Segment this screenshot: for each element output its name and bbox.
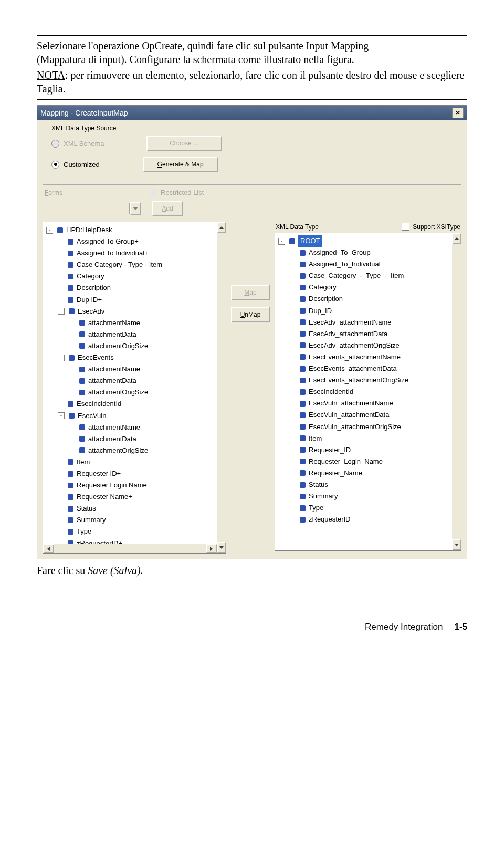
tree-node[interactable]: Category — [290, 282, 460, 293]
tree-node[interactable]: Dup ID+ — [58, 294, 225, 306]
tree-node[interactable]: attachmentName — [69, 317, 225, 329]
node-label: EsecIncidentId — [309, 386, 353, 398]
tree-node[interactable]: EsecVuln_attachmentData — [290, 409, 460, 421]
tree-node[interactable]: EsecAdv_attachmentOrigSize — [290, 340, 460, 351]
tree-node[interactable]: Type — [58, 526, 225, 537]
tree-node[interactable]: Requester_Name — [290, 467, 460, 479]
scroll-up-button[interactable] — [452, 233, 461, 244]
add-button: Add — [152, 201, 183, 216]
tree-node[interactable]: attachmentData — [69, 433, 225, 445]
tree-node[interactable]: EsecVuln_attachmentName — [290, 398, 460, 409]
tree-node[interactable]: -HPD:HelpDesk — [46, 224, 225, 236]
unmap-button[interactable]: UnMap — [231, 307, 270, 322]
tree-node[interactable]: Item — [58, 456, 225, 468]
tree-node[interactable]: attachmentOrigSize — [69, 445, 225, 456]
node-label: Assigned To Group+ — [77, 236, 139, 247]
right-tree[interactable]: -ROOTAssigned_To_GroupAssigned_To_Indivi… — [275, 233, 461, 551]
tree-node[interactable]: attachmentName — [69, 422, 225, 433]
scroll-down-button[interactable] — [217, 542, 226, 553]
tree-node[interactable]: Type — [290, 502, 460, 514]
tree-node[interactable]: Assigned_To_Group — [290, 247, 460, 258]
node-icon — [300, 285, 306, 290]
support-xsi-checkbox[interactable] — [402, 223, 410, 231]
tree-node[interactable]: Status — [58, 503, 225, 514]
tree-node[interactable]: Status — [290, 479, 460, 491]
tree-node[interactable]: EsecEvents_attachmentName — [290, 351, 460, 363]
node-icon — [68, 274, 74, 279]
tree-node[interactable]: attachmentOrigSize — [69, 340, 225, 352]
tree-node[interactable]: EsecVuln_attachmentOrigSize — [290, 421, 460, 433]
left-vscroll[interactable] — [217, 222, 226, 553]
tree-node[interactable]: Summary — [58, 514, 225, 526]
scroll-right-button[interactable] — [206, 544, 217, 553]
generate-map-button[interactable]: Generate & Map — [143, 157, 218, 172]
node-label: EsecVuln_attachmentData — [309, 409, 389, 421]
tree-node[interactable]: attachmentName — [69, 363, 225, 375]
tree-node[interactable]: attachmentData — [69, 375, 225, 387]
tree-node[interactable]: Description — [58, 282, 225, 294]
tree-node[interactable]: Assigned To Group+ — [58, 236, 225, 247]
tree-node[interactable]: -ROOT — [278, 235, 460, 247]
expander-icon[interactable]: - — [58, 355, 65, 361]
note-para: NOTA: per rimuovere un elemento, selezio… — [37, 68, 467, 96]
node-label: Dup ID+ — [77, 294, 102, 306]
tree-node[interactable]: Case Category - Type - Item — [58, 259, 225, 270]
tree-node[interactable]: Case_Category_-_Type_-_Item — [290, 270, 460, 282]
radio-xml-schema-label: XML Schema — [64, 140, 104, 148]
chevron-down-icon — [219, 546, 224, 549]
tree-node[interactable]: -EsecEvents — [58, 352, 225, 363]
tree-node[interactable]: Assigned To Individual+ — [58, 247, 225, 259]
tree-node[interactable]: Assigned_To_Individual — [290, 258, 460, 270]
node-label: EsecVuln — [78, 410, 106, 422]
node-icon — [300, 470, 306, 476]
tree-node[interactable]: Requester ID+ — [58, 468, 225, 480]
tree-node[interactable]: Category — [58, 270, 225, 282]
instruction-para-1: Selezionare l'operazione OpCreate, quind… — [37, 39, 467, 66]
titlebar[interactable]: Mapping - CreateInputMap ✕ — [37, 106, 467, 120]
tree-node[interactable]: Dup_ID — [290, 305, 460, 317]
node-label: ROOT — [298, 235, 322, 247]
radio-customized[interactable] — [51, 161, 59, 169]
tree-node[interactable]: Requester_ID — [290, 444, 460, 456]
node-icon — [68, 459, 74, 465]
tree-node[interactable]: EsecIncidentId — [290, 386, 460, 398]
expander-icon[interactable]: - — [58, 412, 65, 419]
expander-icon[interactable]: - — [58, 308, 65, 315]
expander-icon[interactable]: - — [278, 238, 285, 245]
tree-node[interactable]: Description — [290, 293, 460, 305]
left-tree[interactable]: -HPD:HelpDeskAssigned To Group+Assigned … — [43, 222, 226, 554]
tree-node[interactable]: zRequesterID — [290, 514, 460, 525]
tree-node[interactable]: Item — [290, 433, 460, 444]
close-button[interactable]: ✕ — [452, 108, 464, 118]
tree-node[interactable]: EsecIncidentId — [58, 398, 225, 410]
tree-node[interactable]: attachmentData — [69, 329, 225, 340]
tree-node[interactable]: -EsecVuln — [58, 410, 225, 422]
tree-node[interactable]: Requester Name+ — [58, 491, 225, 503]
left-hscroll[interactable] — [43, 544, 217, 553]
tree-node[interactable]: EsecAdv_attachmentName — [290, 317, 460, 328]
node-label: Status — [77, 503, 96, 514]
node-icon — [300, 354, 306, 360]
tree-node[interactable]: EsecEvents_attachmentData — [290, 363, 460, 374]
node-label: attachmentName — [88, 317, 140, 329]
node-icon — [68, 483, 74, 488]
scroll-up-button[interactable] — [217, 222, 226, 233]
tree-node[interactable]: Requester_Login_Name — [290, 456, 460, 467]
scroll-left-button[interactable] — [43, 544, 54, 553]
mapping-dialog: Mapping - CreateInputMap ✕ XML Data Type… — [37, 105, 467, 559]
scroll-down-button[interactable] — [452, 539, 461, 550]
tree-node[interactable]: EsecAdv_attachmentData — [290, 328, 460, 340]
tree-node[interactable]: attachmentOrigSize — [69, 387, 225, 398]
chevron-up-icon — [455, 237, 459, 240]
expander-icon[interactable]: - — [46, 227, 53, 234]
node-icon — [68, 262, 74, 268]
node-icon — [79, 331, 85, 337]
restricted-checkbox — [150, 189, 158, 196]
tree-node[interactable]: -EsecAdv — [58, 306, 225, 317]
tree-node[interactable]: Summary — [290, 491, 460, 502]
tree-node[interactable]: Requester Login Name+ — [58, 480, 225, 491]
node-icon — [289, 238, 295, 244]
right-vscroll[interactable] — [452, 233, 461, 550]
tree-node[interactable]: EsecEvents_attachmentOrigSize — [290, 374, 460, 386]
node-icon — [300, 273, 306, 279]
